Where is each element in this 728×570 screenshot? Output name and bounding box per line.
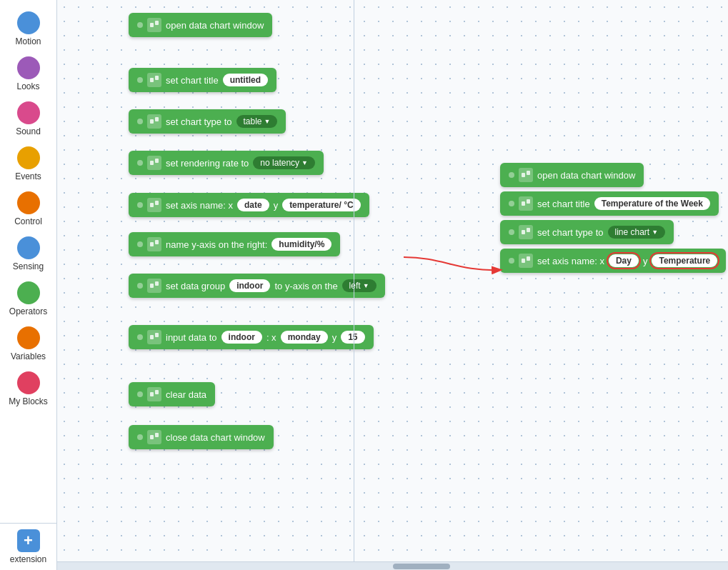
svg-rect-12 <box>155 240 159 244</box>
svg-rect-22 <box>527 171 530 175</box>
block-name-y-axis[interactable]: name y-axis on the right: humidity/% <box>129 232 340 256</box>
scrollbar-thumb[interactable] <box>393 564 450 569</box>
block-set-axis[interactable]: set axis name: x date y temperature/ °C <box>129 193 369 217</box>
block-set-axis-right[interactable]: set axis name: x Day y Temperature <box>500 249 726 273</box>
svg-rect-20 <box>155 433 159 437</box>
block-open-data-chart-right[interactable]: open data chart window <box>500 163 644 187</box>
svg-rect-19 <box>150 435 154 439</box>
set-rendering-label: set rendering rate to <box>166 158 249 169</box>
variables-icon <box>17 326 40 349</box>
block-icon <box>147 73 161 87</box>
svg-rect-24 <box>527 199 530 204</box>
block-set-chart-title-right[interactable]: set chart title Temperature of the Week <box>500 191 719 216</box>
set-axis-label: set axis name: x <box>166 200 233 211</box>
events-icon <box>17 146 40 169</box>
svg-rect-7 <box>150 161 154 165</box>
set-chart-title-value-right[interactable]: Temperature of the Week <box>594 197 710 210</box>
sidebar: Motion Looks Sound Events Control Sensin… <box>0 0 57 570</box>
svg-rect-5 <box>150 119 154 124</box>
set-data-group-value[interactable]: indoor <box>229 279 270 292</box>
clear-data-label: clear data <box>166 389 206 400</box>
block-icon <box>147 18 161 32</box>
name-y-axis-value[interactable]: humidity/% <box>271 238 331 251</box>
block-icon <box>147 114 161 129</box>
input-data-group[interactable]: indoor <box>221 331 262 344</box>
block-icon-right <box>519 196 533 211</box>
open-data-chart-label-right: open data chart window <box>537 170 635 181</box>
svg-rect-11 <box>150 242 154 246</box>
scrollbar-area[interactable] <box>57 561 728 570</box>
block-set-data-group[interactable]: set data group indoor to y-axis on the l… <box>129 274 385 298</box>
block-icon <box>147 198 161 212</box>
block-close-data-chart[interactable]: close data chart window <box>129 425 274 449</box>
block-set-chart-type-right[interactable]: set chart type to line chart <box>500 220 674 244</box>
set-axis-x-value-right[interactable]: Day <box>609 254 639 267</box>
set-axis-x-value[interactable]: date <box>237 199 269 211</box>
set-axis-label-right: set axis name: x <box>537 256 604 266</box>
set-chart-type-label-right: set chart type to <box>537 227 604 238</box>
set-chart-type-value[interactable]: table <box>236 115 278 128</box>
block-set-chart-title[interactable]: set chart title untitled <box>129 68 276 92</box>
block-open-data-chart-left[interactable]: open data chart window <box>129 13 272 37</box>
block-icon <box>147 237 161 251</box>
sidebar-item-my-blocks[interactable]: My Blocks <box>0 367 56 411</box>
sidebar-item-sound[interactable]: Sound <box>0 97 56 141</box>
sound-icon <box>17 101 40 124</box>
svg-rect-27 <box>522 259 525 263</box>
sidebar-label-motion: Motion <box>15 36 41 46</box>
main-area: open data chart window set chart title u… <box>57 0 728 570</box>
svg-rect-4 <box>155 76 159 80</box>
svg-rect-14 <box>155 281 159 286</box>
block-icon-right <box>519 168 533 182</box>
svg-rect-6 <box>155 117 159 121</box>
set-axis-y-value-right[interactable]: Temperature <box>652 254 717 267</box>
block-set-rendering[interactable]: set rendering rate to no latency <box>129 151 324 175</box>
input-data-y-value[interactable]: 15 <box>341 331 364 344</box>
sensing-icon <box>17 236 40 259</box>
canvas[interactable]: open data chart window set chart title u… <box>57 0 728 561</box>
block-icon-right <box>519 225 533 239</box>
sidebar-item-sensing[interactable]: Sensing <box>0 232 56 276</box>
svg-rect-25 <box>522 230 525 234</box>
set-chart-title-value[interactable]: untitled <box>223 74 268 86</box>
svg-rect-10 <box>155 201 159 205</box>
set-data-group-dir[interactable]: left <box>342 279 377 292</box>
svg-rect-17 <box>150 392 154 396</box>
sidebar-item-motion[interactable]: Motion <box>0 7 56 51</box>
block-clear-data[interactable]: clear data <box>129 382 215 406</box>
svg-rect-16 <box>155 333 159 337</box>
set-axis-y-label: y <box>274 200 279 211</box>
set-axis-y-value[interactable]: temperature/ °C <box>282 199 361 211</box>
close-data-chart-label: close data chart window <box>166 432 265 443</box>
motion-icon <box>17 11 40 34</box>
block-set-chart-type[interactable]: set chart type to table <box>129 109 286 134</box>
sidebar-item-events[interactable]: Events <box>0 142 56 186</box>
svg-rect-26 <box>527 228 530 232</box>
operators-icon <box>17 281 40 304</box>
sidebar-item-looks[interactable]: Looks <box>0 52 56 96</box>
extension-label: extension <box>10 554 46 564</box>
svg-rect-28 <box>527 256 530 261</box>
open-data-chart-label-left: open data chart window <box>166 20 264 31</box>
sidebar-label-operators: Operators <box>9 306 47 316</box>
set-axis-y-label-right: y <box>643 256 648 266</box>
block-icon <box>147 156 161 170</box>
sidebar-item-operators[interactable]: Operators <box>0 277 56 321</box>
sidebar-item-control[interactable]: Control <box>0 187 56 231</box>
block-icon-right <box>519 254 533 268</box>
extension-button[interactable]: + extension <box>0 523 56 570</box>
set-chart-type-value-right[interactable]: line chart <box>608 226 666 239</box>
svg-rect-21 <box>522 173 525 177</box>
block-icon <box>147 430 161 444</box>
svg-rect-13 <box>150 284 154 288</box>
sidebar-label-events: Events <box>15 171 41 181</box>
looks-icon <box>17 56 40 79</box>
sidebar-label-my-blocks: My Blocks <box>9 396 48 406</box>
set-chart-title-label: set chart title <box>166 75 219 86</box>
input-data-x-value[interactable]: monday <box>281 331 328 344</box>
set-rendering-value[interactable]: no latency <box>253 156 315 169</box>
block-icon <box>147 279 161 293</box>
sidebar-label-variables: Variables <box>11 351 46 361</box>
sidebar-item-variables[interactable]: Variables <box>0 322 56 366</box>
block-input-data[interactable]: input data to indoor : x monday y 15 <box>129 325 374 349</box>
